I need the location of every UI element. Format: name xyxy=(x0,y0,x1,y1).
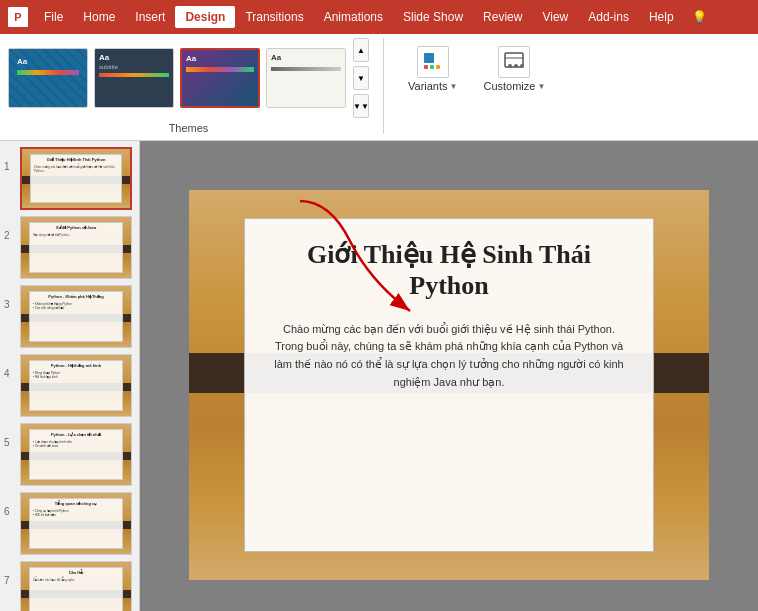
slide-thumb-5[interactable]: Python - Lựa chọn tốt nhất • Lựa chọn ch… xyxy=(20,423,132,486)
themes-scroll-up[interactable]: ▲ xyxy=(353,38,369,62)
customize-label: Customize xyxy=(483,80,535,92)
theme-plain[interactable]: Aa xyxy=(266,48,346,108)
menu-animations[interactable]: Animations xyxy=(314,6,393,28)
slide-num-3: 3 xyxy=(4,285,16,310)
main-area: 1 Giới Thiệu Hệ Sinh Thái Python Chào mừ… xyxy=(0,141,758,611)
svg-rect-3 xyxy=(436,65,440,69)
themes-label: Themes xyxy=(8,122,369,134)
customize-arrow: ▼ xyxy=(537,82,545,91)
svg-point-7 xyxy=(514,64,518,68)
slide-item-7[interactable]: 7 Câu Hỏi Cảm ơn các bạn đã lắng nghe xyxy=(4,561,135,611)
variants-icon xyxy=(417,46,449,78)
menu-help[interactable]: Help xyxy=(639,6,684,28)
slide-thumb-7[interactable]: Câu Hỏi Cảm ơn các bạn đã lắng nghe xyxy=(20,561,132,611)
svg-rect-1 xyxy=(424,65,428,69)
menu-home[interactable]: Home xyxy=(73,6,125,28)
themes-row: Aa Aa subtitle Aa xyxy=(8,38,369,118)
theme-blue-pattern[interactable]: Aa xyxy=(8,48,88,108)
svg-point-8 xyxy=(520,64,524,68)
theme-purple[interactable]: Aa xyxy=(180,48,260,108)
customize-button[interactable]: Customize ▼ xyxy=(473,42,555,96)
menu-file[interactable]: File xyxy=(34,6,73,28)
slide-item-2[interactable]: 2 Sơ đồ Python về Java Nội dung về sơ đồ… xyxy=(4,216,135,279)
svg-rect-2 xyxy=(430,65,434,69)
slide-canvas[interactable]: Giới Thiệu Hệ Sinh Thái Python Chào mừng… xyxy=(189,190,709,580)
app-icon: P xyxy=(8,7,28,27)
slide-main-title: Giới Thiệu Hệ Sinh Thái Python xyxy=(270,239,628,301)
ribbon-buttons: Variants ▼ Customize ▼ xyxy=(398,38,555,96)
slide-thumb-4[interactable]: Python - Hệ thống mô hình • Đông thuật P… xyxy=(20,354,132,417)
slide-description: Chào mừng các bạn đến với buổi giới thiệ… xyxy=(270,321,628,391)
variants-button[interactable]: Variants ▼ xyxy=(398,42,467,96)
slide-num-2: 2 xyxy=(4,216,16,241)
slide-content-box[interactable]: Giới Thiệu Hệ Sinh Thái Python Chào mừng… xyxy=(244,218,654,552)
themes-scroll-down[interactable]: ▼ xyxy=(353,66,369,90)
slide-thumb-3[interactable]: Python - Khám phá Hệ Thống • Khám phá hệ… xyxy=(20,285,132,348)
slide-item-6[interactable]: 6 Tổng quan về công cụ • Công cụ lập trì… xyxy=(4,492,135,555)
svg-rect-4 xyxy=(505,53,523,67)
menu-review[interactable]: Review xyxy=(473,6,532,28)
slide-thumb-1[interactable]: Giới Thiệu Hệ Sinh Thái Python Chào mừng… xyxy=(20,147,132,210)
menu-view[interactable]: View xyxy=(532,6,578,28)
themes-scroll-more[interactable]: ▼▼ xyxy=(353,94,369,118)
slide-num-7: 7 xyxy=(4,561,16,586)
menu-bar-items: File Home Insert Design Transitions Anim… xyxy=(34,6,715,28)
slide-panel[interactable]: 1 Giới Thiệu Hệ Sinh Thái Python Chào mừ… xyxy=(0,141,140,611)
ribbon: Aa Aa subtitle Aa xyxy=(0,34,758,141)
lightbulb-icon[interactable]: 💡 xyxy=(684,6,715,28)
slide-num-4: 4 xyxy=(4,354,16,379)
themes-scroll: ▲ ▼ ▼▼ xyxy=(353,38,369,118)
canvas-area: Giới Thiệu Hệ Sinh Thái Python Chào mừng… xyxy=(140,141,758,611)
svg-rect-0 xyxy=(424,53,434,63)
menu-addins[interactable]: Add-ins xyxy=(578,6,639,28)
slide-num-5: 5 xyxy=(4,423,16,448)
slide-item-1[interactable]: 1 Giới Thiệu Hệ Sinh Thái Python Chào mừ… xyxy=(4,147,135,210)
menu-insert[interactable]: Insert xyxy=(125,6,175,28)
variants-arrow: ▼ xyxy=(450,82,458,91)
slide-num-6: 6 xyxy=(4,492,16,517)
svg-point-6 xyxy=(508,64,512,68)
slide-thumb-6[interactable]: Tổng quan về công cụ • Công cụ lập trình… xyxy=(20,492,132,555)
ribbon-container: P File Home Insert Design Transitions An… xyxy=(0,0,758,141)
customize-icon xyxy=(498,46,530,78)
themes-section: Aa Aa subtitle Aa xyxy=(8,38,369,134)
slide-item-3[interactable]: 3 Python - Khám phá Hệ Thống • Khám phá … xyxy=(4,285,135,348)
slide-num-1: 1 xyxy=(4,147,16,172)
theme-dark-teal[interactable]: Aa subtitle xyxy=(94,48,174,108)
menu-slideshow[interactable]: Slide Show xyxy=(393,6,473,28)
slide-item-4[interactable]: 4 Python - Hệ thống mô hình • Đông thuật… xyxy=(4,354,135,417)
variants-label: Variants xyxy=(408,80,448,92)
menu-design[interactable]: Design xyxy=(175,6,235,28)
menu-transitions[interactable]: Transitions xyxy=(235,6,313,28)
ribbon-divider xyxy=(383,38,384,134)
slide-item-5[interactable]: 5 Python - Lựa chọn tốt nhất • Lựa chọn … xyxy=(4,423,135,486)
slide-thumb-2[interactable]: Sơ đồ Python về Java Nội dung về sơ đồ P… xyxy=(20,216,132,279)
menu-bar: P File Home Insert Design Transitions An… xyxy=(0,0,758,34)
